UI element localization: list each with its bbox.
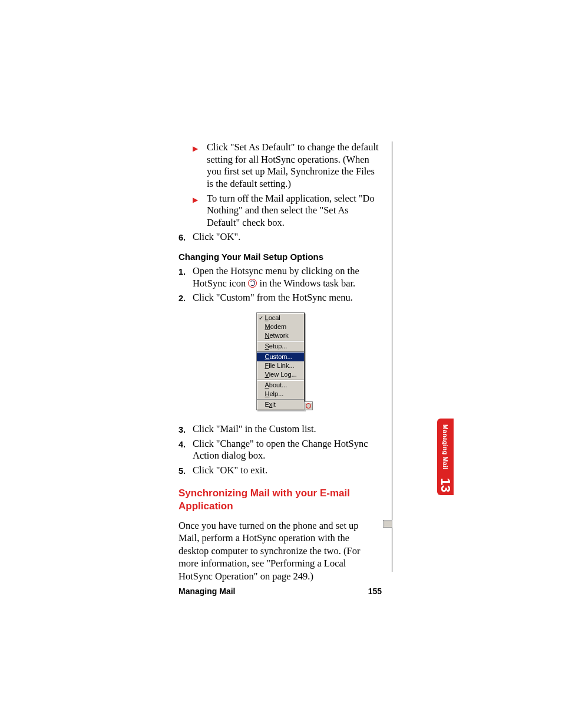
subheading-change-mail-setup: Changing Your Mail Setup Options	[178, 252, 382, 262]
step-number: 5.	[178, 465, 193, 476]
bullet-icon: ▶	[193, 141, 207, 153]
menu-item-about[interactable]: About...	[257, 381, 304, 390]
column-divider	[392, 141, 392, 572]
menu-group: ✓LocalModemNetwork	[257, 313, 304, 341]
chapter-thumb-tab: Managing Mail 13	[437, 419, 454, 495]
menu-item-label: Network	[265, 332, 289, 339]
step-number: 6.	[178, 231, 193, 243]
numbered-step: 5. Click "OK" to exit.	[178, 465, 382, 477]
menu-item-label: File Link...	[265, 362, 295, 369]
step-text: Click "OK".	[193, 231, 382, 243]
numbered-list: 6. Click "OK".	[178, 231, 382, 243]
numbered-list: 1. Open the Hotsync menu by clicking on …	[178, 265, 382, 304]
main-column: ▶ Click "Set As Default" to change the d…	[178, 141, 382, 582]
numbered-step: 1. Open the Hotsync menu by clicking on …	[178, 265, 382, 289]
menu-group: Exit	[257, 399, 304, 410]
hotsync-context-menu: ✓LocalModemNetworkSetup...Custom...File …	[256, 312, 305, 410]
menu-group: Custom...File Link...View Log...	[257, 351, 304, 380]
menu-item-label: Local	[265, 314, 280, 321]
menu-item-setup[interactable]: Setup...	[257, 342, 304, 351]
bullet-icon: ▶	[193, 193, 207, 205]
menu-group: Setup...	[257, 341, 304, 351]
menu-item-label: Exit	[265, 401, 276, 408]
document-page: ▶ Click "Set As Default" to change the d…	[0, 0, 562, 728]
chapter-tab-number: 13	[439, 478, 452, 492]
footer-page-number: 155	[368, 587, 382, 596]
footer-section-title: Managing Mail	[178, 587, 235, 596]
check-icon: ✓	[259, 314, 263, 322]
menu-item-help[interactable]: Help...	[257, 390, 304, 398]
numbered-list: 3. Click "Mail" in the Custom list. 4. C…	[178, 423, 382, 477]
menu-item-file-link[interactable]: File Link...	[257, 361, 304, 370]
numbered-step: 3. Click "Mail" in the Custom list.	[178, 423, 382, 436]
numbered-step: 2. Click "Custom" from the HotSync menu.	[178, 292, 382, 304]
bullet-text: Click "Set As Default" to change the def…	[207, 141, 382, 190]
step-number: 2.	[178, 292, 193, 304]
step-number: 4.	[178, 438, 193, 450]
hotsync-icon	[248, 279, 257, 288]
bullet-text: To turn off the Mail application, select…	[207, 193, 382, 229]
menu-item-network[interactable]: Network	[257, 331, 304, 340]
menu-item-local[interactable]: ✓Local	[257, 314, 304, 322]
section-heading-sync-mail: Synchronizing Mail with your E-mail Appl…	[178, 487, 382, 512]
step-text: Click "OK" to exit.	[193, 465, 382, 477]
body-paragraph: Once you have turned on the phone and se…	[178, 519, 382, 582]
menu-item-label: Setup...	[265, 342, 287, 350]
numbered-step: 6. Click "OK".	[178, 231, 382, 243]
menu-item-custom[interactable]: Custom...	[257, 353, 304, 361]
scroll-corner-icon	[383, 520, 392, 528]
menu-item-label: Modem	[265, 323, 287, 330]
menu-item-label: Custom...	[265, 353, 293, 360]
step-text: Click "Custom" from the HotSync menu.	[193, 292, 382, 304]
page-footer: Managing Mail 155	[178, 587, 382, 596]
step-text: Open the Hotsync menu by clicking on the…	[193, 265, 382, 289]
step-number: 3.	[178, 423, 193, 435]
menu-items: ✓LocalModemNetworkSetup...Custom...File …	[256, 312, 305, 410]
menu-item-label: About...	[265, 381, 287, 388]
menu-item-view-log[interactable]: View Log...	[257, 370, 304, 379]
step-text: Click "Change" to open the Change HotSyn…	[193, 438, 382, 462]
bullet-item: ▶ Click "Set As Default" to change the d…	[193, 141, 382, 190]
step-text: Click "Mail" in the Custom list.	[193, 423, 382, 436]
menu-group: About...Help...	[257, 380, 304, 399]
step-number: 1.	[178, 265, 193, 277]
numbered-step: 4. Click "Change" to open the Change Hot…	[178, 438, 382, 462]
bullet-list: ▶ Click "Set As Default" to change the d…	[178, 141, 382, 229]
menu-item-label: Help...	[265, 390, 284, 397]
menu-item-exit[interactable]: Exit	[257, 400, 304, 409]
chapter-tab-label: Managing Mail	[442, 424, 449, 469]
bullet-item: ▶ To turn off the Mail application, sele…	[193, 193, 382, 229]
menu-item-label: View Log...	[265, 371, 297, 378]
step-text-part: in the Windows task bar.	[257, 278, 355, 289]
menu-item-modem[interactable]: Modem	[257, 322, 304, 331]
tray-hotsync-icon	[304, 401, 313, 410]
